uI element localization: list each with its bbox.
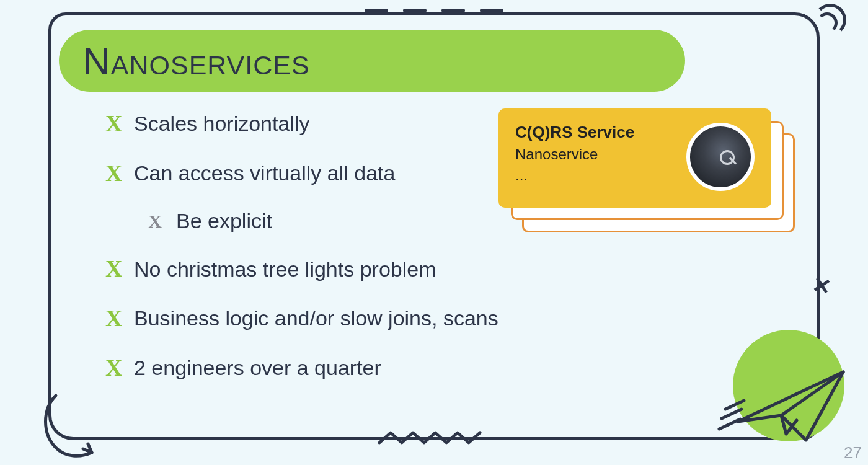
keyboard-key-icon <box>686 123 755 191</box>
bullet-text: No christmas tree lights problem <box>134 257 436 281</box>
bullet-item: X 2 engineers over a quarter <box>105 355 794 382</box>
check-x-icon: X <box>105 255 120 283</box>
slide: Nanoservices X Scales horizontally X Can… <box>0 0 868 465</box>
frame-top-dashes <box>365 9 503 12</box>
check-x-icon: X <box>105 110 120 138</box>
bullet-text: Business logic and/or slow joins, scans <box>134 306 498 330</box>
card-title: C(Q)RS Service <box>515 123 686 142</box>
page-number: 27 <box>844 443 862 463</box>
card-subtitle: Nanoservice <box>515 146 686 163</box>
bullet-item: X No christmas tree lights problem <box>105 255 794 283</box>
squiggle-icon <box>378 430 490 446</box>
slide-title: Nanoservices <box>82 39 310 83</box>
bullet-text: Scales horizontally <box>134 112 309 136</box>
title-pill: Nanoservices <box>59 30 685 92</box>
service-card-stack: C(Q)RS Service Nanoservice ... <box>497 108 795 239</box>
curly-arrow-icon <box>37 391 99 465</box>
check-x-icon: X <box>105 355 120 382</box>
bullet-text: 2 engineers over a quarter <box>134 356 381 380</box>
bullet-item: X Business logic and/or slow joins, scan… <box>105 305 794 332</box>
check-x-icon: X <box>148 211 162 232</box>
bullet-text: Can access virtually all data <box>134 161 395 185</box>
check-x-icon: X <box>105 305 120 332</box>
check-x-icon: X <box>105 160 120 187</box>
card-more: ... <box>515 167 686 184</box>
service-card: C(Q)RS Service Nanoservice ... <box>498 108 771 208</box>
paper-plane-icon <box>713 347 856 446</box>
corner-arcs-icon <box>803 1 846 45</box>
bullet-text: Be explicit <box>176 209 272 233</box>
